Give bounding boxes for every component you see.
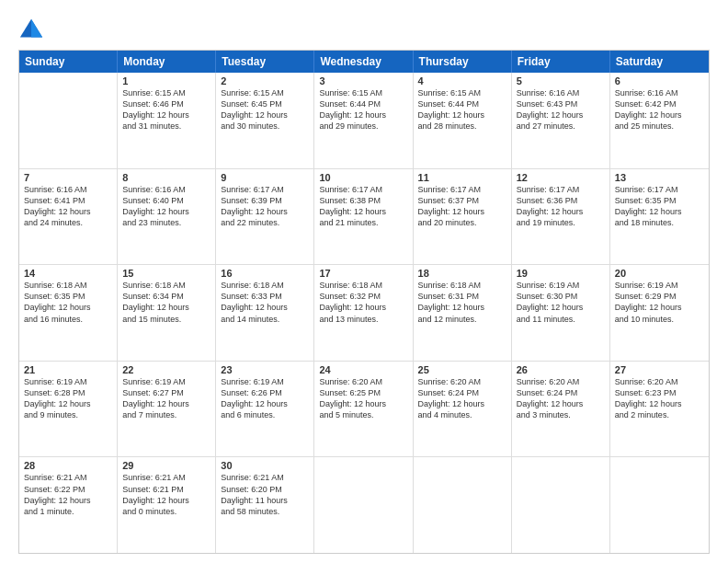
day-number: 5	[517, 75, 605, 86]
day-number: 16	[221, 268, 309, 279]
day-cell-20: 20Sunrise: 6:19 AM Sunset: 6:29 PM Dayli…	[610, 265, 709, 361]
day-cell-26: 26Sunrise: 6:20 AM Sunset: 6:24 PM Dayli…	[512, 362, 610, 457]
day-info: Sunrise: 6:16 AM Sunset: 6:43 PM Dayligh…	[517, 87, 605, 132]
day-cell-28: 28Sunrise: 6:21 AM Sunset: 6:22 PM Dayli…	[19, 457, 118, 553]
day-cell-17: 17Sunrise: 6:18 AM Sunset: 6:32 PM Dayli…	[314, 265, 413, 361]
day-number: 17	[319, 268, 407, 279]
day-header-friday: Friday	[512, 51, 610, 73]
day-header-sunday: Sunday	[19, 51, 118, 73]
day-header-wednesday: Wednesday	[314, 51, 413, 73]
day-info: Sunrise: 6:19 AM Sunset: 6:29 PM Dayligh…	[615, 280, 704, 325]
day-cell-7: 7Sunrise: 6:16 AM Sunset: 6:41 PM Daylig…	[19, 169, 118, 265]
day-number: 28	[24, 460, 112, 471]
day-header-saturday: Saturday	[610, 51, 709, 73]
day-number: 22	[122, 364, 210, 375]
day-number: 12	[517, 172, 605, 183]
day-info: Sunrise: 6:18 AM Sunset: 6:32 PM Dayligh…	[319, 280, 407, 325]
day-info: Sunrise: 6:15 AM Sunset: 6:44 PM Dayligh…	[319, 87, 407, 132]
day-cell-24: 24Sunrise: 6:20 AM Sunset: 6:25 PM Dayli…	[314, 362, 413, 457]
day-info: Sunrise: 6:18 AM Sunset: 6:35 PM Dayligh…	[24, 280, 112, 325]
day-info: Sunrise: 6:21 AM Sunset: 6:20 PM Dayligh…	[221, 472, 309, 517]
day-info: Sunrise: 6:20 AM Sunset: 6:24 PM Dayligh…	[418, 376, 506, 421]
day-info: Sunrise: 6:20 AM Sunset: 6:25 PM Dayligh…	[319, 376, 407, 421]
day-cell-16: 16Sunrise: 6:18 AM Sunset: 6:33 PM Dayli…	[216, 265, 314, 361]
page: SundayMondayTuesdayWednesdayThursdayFrid…	[0, 0, 728, 563]
day-cell-5: 5Sunrise: 6:16 AM Sunset: 6:43 PM Daylig…	[512, 73, 610, 168]
day-number: 13	[615, 172, 704, 183]
day-cell-30: 30Sunrise: 6:21 AM Sunset: 6:20 PM Dayli…	[216, 457, 314, 553]
day-number: 26	[517, 364, 605, 375]
day-cell-3: 3Sunrise: 6:15 AM Sunset: 6:44 PM Daylig…	[314, 73, 413, 168]
day-number: 3	[319, 75, 407, 86]
day-number: 23	[221, 364, 309, 375]
day-cell-12: 12Sunrise: 6:17 AM Sunset: 6:36 PM Dayli…	[512, 169, 610, 265]
day-cell-empty	[414, 457, 512, 553]
day-number: 6	[615, 75, 704, 86]
day-cell-29: 29Sunrise: 6:21 AM Sunset: 6:21 PM Dayli…	[118, 457, 216, 553]
day-cell-1: 1Sunrise: 6:15 AM Sunset: 6:46 PM Daylig…	[118, 73, 216, 168]
day-cell-9: 9Sunrise: 6:17 AM Sunset: 6:39 PM Daylig…	[216, 169, 314, 265]
day-number: 1	[122, 75, 210, 86]
day-info: Sunrise: 6:21 AM Sunset: 6:22 PM Dayligh…	[24, 472, 112, 517]
day-info: Sunrise: 6:16 AM Sunset: 6:42 PM Dayligh…	[615, 87, 704, 132]
day-info: Sunrise: 6:16 AM Sunset: 6:41 PM Dayligh…	[24, 184, 112, 229]
day-info: Sunrise: 6:21 AM Sunset: 6:21 PM Dayligh…	[122, 472, 210, 517]
day-cell-empty	[314, 457, 413, 553]
day-info: Sunrise: 6:15 AM Sunset: 6:45 PM Dayligh…	[221, 87, 309, 132]
day-headers: SundayMondayTuesdayWednesdayThursdayFrid…	[19, 51, 709, 73]
day-cell-8: 8Sunrise: 6:16 AM Sunset: 6:40 PM Daylig…	[118, 169, 216, 265]
day-number: 2	[221, 75, 309, 86]
day-cell-14: 14Sunrise: 6:18 AM Sunset: 6:35 PM Dayli…	[19, 265, 118, 361]
day-cell-22: 22Sunrise: 6:19 AM Sunset: 6:27 PM Dayli…	[118, 362, 216, 457]
day-info: Sunrise: 6:17 AM Sunset: 6:36 PM Dayligh…	[517, 184, 605, 229]
day-cell-19: 19Sunrise: 6:19 AM Sunset: 6:30 PM Dayli…	[512, 265, 610, 361]
week-row-4: 21Sunrise: 6:19 AM Sunset: 6:28 PM Dayli…	[19, 361, 709, 457]
day-number: 10	[319, 172, 407, 183]
day-info: Sunrise: 6:19 AM Sunset: 6:26 PM Dayligh…	[221, 376, 309, 421]
day-cell-4: 4Sunrise: 6:15 AM Sunset: 6:44 PM Daylig…	[414, 73, 512, 168]
day-info: Sunrise: 6:18 AM Sunset: 6:31 PM Dayligh…	[418, 280, 506, 325]
day-cell-21: 21Sunrise: 6:19 AM Sunset: 6:28 PM Dayli…	[19, 362, 118, 457]
day-header-monday: Monday	[118, 51, 216, 73]
day-cell-empty	[19, 73, 118, 168]
day-number: 27	[615, 364, 704, 375]
day-info: Sunrise: 6:17 AM Sunset: 6:39 PM Dayligh…	[221, 184, 309, 229]
week-row-2: 7Sunrise: 6:16 AM Sunset: 6:41 PM Daylig…	[19, 168, 709, 265]
day-header-tuesday: Tuesday	[216, 51, 314, 73]
day-header-thursday: Thursday	[414, 51, 512, 73]
day-number: 25	[418, 364, 506, 375]
week-row-5: 28Sunrise: 6:21 AM Sunset: 6:22 PM Dayli…	[19, 456, 709, 553]
day-info: Sunrise: 6:17 AM Sunset: 6:35 PM Dayligh…	[615, 184, 704, 229]
day-number: 30	[221, 460, 309, 471]
header	[18, 17, 710, 42]
day-number: 14	[24, 268, 112, 279]
day-info: Sunrise: 6:17 AM Sunset: 6:37 PM Dayligh…	[418, 184, 506, 229]
day-number: 7	[24, 172, 112, 183]
day-info: Sunrise: 6:16 AM Sunset: 6:40 PM Dayligh…	[122, 184, 210, 229]
day-info: Sunrise: 6:15 AM Sunset: 6:46 PM Dayligh…	[122, 87, 210, 132]
day-cell-10: 10Sunrise: 6:17 AM Sunset: 6:38 PM Dayli…	[314, 169, 413, 265]
day-number: 8	[122, 172, 210, 183]
week-row-3: 14Sunrise: 6:18 AM Sunset: 6:35 PM Dayli…	[19, 264, 709, 361]
calendar: SundayMondayTuesdayWednesdayThursdayFrid…	[18, 50, 710, 554]
day-number: 20	[615, 268, 704, 279]
day-cell-6: 6Sunrise: 6:16 AM Sunset: 6:42 PM Daylig…	[610, 73, 709, 168]
day-cell-27: 27Sunrise: 6:20 AM Sunset: 6:23 PM Dayli…	[610, 362, 709, 457]
day-number: 29	[122, 460, 210, 471]
day-number: 4	[418, 75, 506, 86]
day-number: 19	[517, 268, 605, 279]
logo-icon	[18, 17, 44, 42]
day-cell-23: 23Sunrise: 6:19 AM Sunset: 6:26 PM Dayli…	[216, 362, 314, 457]
day-number: 18	[418, 268, 506, 279]
day-cell-empty	[512, 457, 610, 553]
day-number: 24	[319, 364, 407, 375]
day-number: 9	[221, 172, 309, 183]
day-info: Sunrise: 6:19 AM Sunset: 6:30 PM Dayligh…	[517, 280, 605, 325]
day-info: Sunrise: 6:18 AM Sunset: 6:33 PM Dayligh…	[221, 280, 309, 325]
day-info: Sunrise: 6:20 AM Sunset: 6:23 PM Dayligh…	[615, 376, 704, 421]
week-row-1: 1Sunrise: 6:15 AM Sunset: 6:46 PM Daylig…	[19, 73, 709, 168]
calendar-body: 1Sunrise: 6:15 AM Sunset: 6:46 PM Daylig…	[19, 73, 709, 553]
day-info: Sunrise: 6:20 AM Sunset: 6:24 PM Dayligh…	[517, 376, 605, 421]
logo	[18, 17, 48, 42]
day-number: 15	[122, 268, 210, 279]
